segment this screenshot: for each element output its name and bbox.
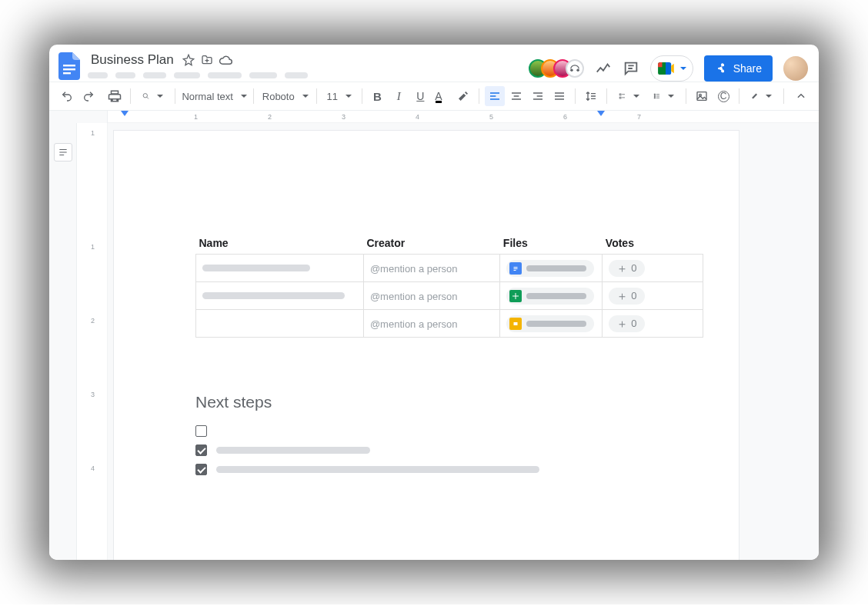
checklist-item[interactable] bbox=[195, 445, 685, 456]
checklist-item[interactable] bbox=[195, 464, 685, 475]
svg-rect-2 bbox=[63, 72, 71, 74]
bullet-list-button[interactable] bbox=[647, 86, 680, 106]
chevron-down-icon bbox=[680, 67, 686, 70]
svg-rect-37 bbox=[697, 92, 706, 101]
file-chip[interactable] bbox=[506, 288, 594, 305]
svg-point-3 bbox=[570, 69, 573, 72]
mention-placeholder[interactable]: @mention a person bbox=[370, 318, 458, 330]
outline-toggle-button[interactable] bbox=[54, 143, 72, 161]
menu-item[interactable] bbox=[174, 72, 200, 78]
svg-line-11 bbox=[147, 97, 149, 98]
page[interactable]: Name Creator Files Votes @mention a pers… bbox=[114, 131, 739, 560]
align-justify-button[interactable] bbox=[549, 86, 569, 106]
checklist-button[interactable] bbox=[613, 86, 646, 106]
style-select[interactable]: Normal text bbox=[181, 86, 249, 106]
sheets-file-icon bbox=[509, 290, 522, 302]
menu-item[interactable] bbox=[143, 72, 166, 78]
placeholder-text bbox=[216, 466, 539, 473]
vertical-ruler[interactable]: 1 1 2 3 4 bbox=[77, 123, 108, 560]
menu-item[interactable] bbox=[115, 72, 135, 78]
placeholder-text bbox=[216, 447, 370, 454]
align-left-button[interactable] bbox=[485, 86, 505, 106]
italic-button[interactable]: I bbox=[389, 86, 409, 106]
svg-point-9 bbox=[722, 71, 724, 73]
anonymous-avatar[interactable] bbox=[566, 59, 584, 78]
table-row[interactable]: @mention a person ＋0 bbox=[196, 255, 703, 282]
font-select[interactable]: Roboto bbox=[259, 86, 311, 106]
checkbox-checked[interactable] bbox=[195, 464, 207, 475]
align-right-button[interactable] bbox=[528, 86, 548, 106]
menu-item[interactable] bbox=[285, 72, 308, 78]
checklist-item[interactable] bbox=[195, 425, 685, 437]
smart-table[interactable]: Name Creator Files Votes @mention a pers… bbox=[195, 237, 703, 338]
plus-icon: ＋ bbox=[616, 290, 628, 301]
bold-button[interactable]: B bbox=[367, 86, 387, 106]
svg-point-31 bbox=[654, 94, 656, 95]
collaborator-avatars[interactable] bbox=[529, 59, 584, 78]
undo-button[interactable] bbox=[57, 86, 77, 106]
svg-point-33 bbox=[654, 98, 656, 99]
horizontal-ruler[interactable]: 1 2 3 4 5 6 7 bbox=[49, 111, 819, 123]
table-header-row: Name Creator Files Votes bbox=[196, 237, 703, 255]
print-button[interactable] bbox=[105, 86, 125, 106]
redo-button[interactable] bbox=[78, 86, 98, 106]
zoom-select[interactable] bbox=[136, 86, 169, 106]
share-button[interactable]: Share bbox=[704, 55, 773, 82]
app-window: Business Plan bbox=[49, 45, 819, 560]
table-row[interactable]: @mention a person ＋0 bbox=[196, 282, 703, 310]
meet-icon bbox=[657, 62, 674, 75]
file-chip[interactable] bbox=[506, 315, 594, 332]
comments-icon[interactable] bbox=[623, 60, 639, 77]
share-label: Share bbox=[733, 62, 762, 75]
move-icon[interactable] bbox=[200, 53, 214, 67]
indent-marker-left[interactable] bbox=[121, 111, 129, 116]
svg-point-7 bbox=[718, 68, 720, 70]
toolbar: Normal text Roboto 11 B I U A C bbox=[49, 82, 819, 111]
menu-item[interactable] bbox=[88, 72, 108, 78]
indent-marker-right[interactable] bbox=[597, 111, 605, 116]
share-icon bbox=[715, 62, 727, 75]
title-block: Business Plan bbox=[88, 51, 308, 78]
checkbox-checked[interactable] bbox=[195, 445, 207, 456]
docs-logo[interactable] bbox=[57, 51, 82, 82]
line-spacing-button[interactable] bbox=[581, 86, 601, 106]
text-color-button[interactable]: A bbox=[432, 86, 452, 106]
insert-image-button[interactable] bbox=[692, 86, 712, 106]
file-chip[interactable] bbox=[506, 260, 594, 277]
document-title[interactable]: Business Plan bbox=[88, 51, 177, 69]
left-gutter bbox=[49, 123, 77, 560]
slides-file-icon bbox=[509, 318, 522, 330]
highlight-button[interactable] bbox=[453, 86, 473, 106]
svg-point-32 bbox=[654, 95, 656, 97]
vote-chip[interactable]: ＋0 bbox=[609, 315, 644, 332]
vote-chip[interactable]: ＋0 bbox=[609, 260, 644, 277]
cloud-status-icon[interactable] bbox=[219, 53, 232, 67]
activity-icon[interactable] bbox=[595, 60, 612, 77]
mention-placeholder[interactable]: @mention a person bbox=[370, 291, 458, 302]
menu-item[interactable] bbox=[208, 72, 242, 78]
insert-comment-button[interactable]: C bbox=[713, 86, 733, 106]
work-area: 1 1 2 3 4 Name Creator Files Votes bbox=[49, 123, 819, 560]
checkbox-unchecked[interactable] bbox=[195, 425, 207, 437]
editing-mode-button[interactable] bbox=[745, 86, 778, 106]
svg-rect-1 bbox=[63, 68, 75, 70]
mention-placeholder[interactable]: @mention a person bbox=[370, 263, 458, 275]
vote-chip[interactable]: ＋0 bbox=[609, 288, 644, 305]
account-avatar[interactable] bbox=[783, 56, 808, 81]
svg-rect-27 bbox=[619, 94, 621, 95]
svg-point-4 bbox=[576, 69, 579, 72]
document-canvas[interactable]: Name Creator Files Votes @mention a pers… bbox=[108, 123, 819, 560]
header-actions: Share bbox=[529, 51, 808, 82]
star-icon[interactable] bbox=[182, 53, 195, 67]
collapse-toolbar-button[interactable] bbox=[791, 86, 811, 106]
menu-item[interactable] bbox=[249, 72, 277, 78]
menu-bar[interactable] bbox=[88, 72, 308, 78]
align-center-button[interactable] bbox=[506, 86, 526, 106]
meet-button[interactable] bbox=[650, 55, 693, 82]
underline-button[interactable]: U bbox=[410, 86, 430, 106]
svg-rect-0 bbox=[63, 65, 75, 66]
table-row[interactable]: @mention a person ＋0 bbox=[196, 310, 703, 338]
section-heading-next-steps[interactable]: Next steps bbox=[195, 393, 685, 411]
placeholder-text bbox=[202, 292, 345, 299]
font-size-select[interactable]: 11 bbox=[322, 86, 356, 106]
